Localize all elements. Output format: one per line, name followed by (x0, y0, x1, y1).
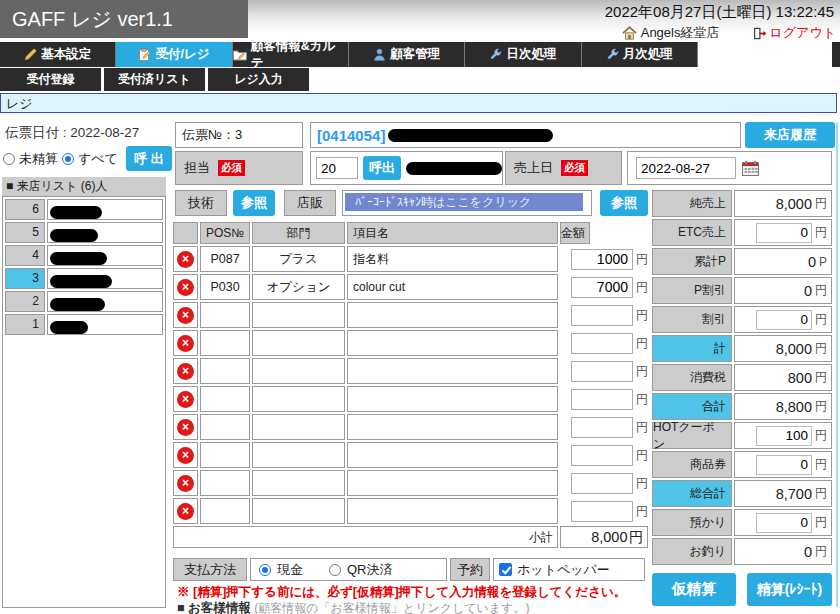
delete-cell: × (173, 330, 198, 356)
tab-customer-info-karte[interactable]: 顧客情報&カルテ (233, 42, 349, 67)
sale-date-input[interactable] (636, 157, 736, 179)
department-cell (252, 302, 345, 328)
visit-list-item[interactable]: 6 (5, 199, 163, 220)
amount-input[interactable] (571, 333, 633, 354)
visit-list-item[interactable]: 5 (5, 222, 163, 243)
tab-daily-processing[interactable]: 日次処理 (465, 42, 581, 67)
subtab-reception-list[interactable]: 受付済リスト (104, 68, 205, 91)
pencil-icon (24, 48, 37, 61)
department-cell: プラス (252, 246, 345, 272)
visit-number: 6 (5, 199, 45, 220)
settle-receipt-button[interactable]: 精算(ﾚｼｰﾄ) (747, 573, 832, 606)
payment-method-options: 現金 QR決済 (250, 558, 447, 581)
amount-input[interactable] (571, 249, 633, 270)
customer-info-label: ■ お客様情報 (177, 601, 251, 614)
unit-label: 円 (815, 340, 827, 357)
item-row: ×円 (173, 498, 650, 524)
visit-name (47, 245, 163, 266)
delete-icon[interactable]: × (177, 335, 194, 352)
visit-list-item[interactable]: 1 (5, 314, 163, 335)
staff-call-button[interactable]: 呼出 (363, 156, 401, 180)
tab-label: 顧客管理 (390, 46, 440, 63)
amount-input[interactable] (571, 361, 633, 382)
main-nav: 基本設定受付/レジ顧客情報&カルテ顧客管理日次処理月次処理 (0, 42, 698, 67)
summary-input[interactable] (756, 426, 812, 446)
delete-icon[interactable]: × (177, 391, 194, 408)
pos-no-cell: P087 (200, 246, 250, 272)
column-header (173, 222, 198, 244)
visit-history-button[interactable]: 来店履歴 (745, 122, 835, 148)
visit-list-item[interactable]: 2 (5, 291, 163, 312)
hotpepper-checkbox[interactable] (499, 563, 512, 576)
summary-row: 累計P0P (652, 248, 832, 275)
delete-icon[interactable]: × (177, 307, 194, 324)
delete-icon[interactable]: × (177, 447, 194, 464)
sale-date-label: 売上日 (514, 159, 553, 177)
tab-monthly-processing[interactable]: 月次処理 (582, 42, 698, 67)
delete-icon[interactable]: × (177, 475, 194, 492)
summary-label: 純売上 (652, 190, 732, 217)
summary-value: 800円 (734, 364, 832, 391)
subtotal-amount: 8,000 (591, 529, 627, 545)
tech-reference-button[interactable]: 参照 (233, 190, 275, 216)
sale-date-field (627, 151, 832, 185)
summary-value: 8,000円 (734, 335, 832, 362)
item-name-cell (347, 470, 558, 496)
delete-cell: × (173, 470, 198, 496)
visit-list-item[interactable]: 4 (5, 245, 163, 266)
amount-cell: 円 (560, 386, 648, 412)
amount-input[interactable] (571, 305, 633, 326)
amount-input[interactable] (571, 445, 633, 466)
summary-input[interactable] (756, 455, 812, 475)
radio-qr[interactable] (329, 564, 341, 576)
delete-icon[interactable]: × (177, 279, 194, 296)
tab-basic-settings[interactable]: 基本設定 (0, 42, 116, 67)
call-button[interactable]: 呼 出 (126, 146, 172, 171)
summary-label: HOTクーポン (652, 422, 732, 449)
department-cell (252, 470, 345, 496)
summary-label: ETC売上 (652, 219, 732, 246)
summary-input[interactable] (756, 310, 812, 330)
unit-label: 円 (815, 456, 827, 473)
delete-icon[interactable]: × (177, 503, 194, 520)
visit-list-item[interactable]: 3 (5, 268, 163, 289)
radio-unsettled[interactable] (3, 153, 15, 165)
pos-no-cell (200, 330, 250, 356)
right-border (836, 122, 838, 607)
amount-input[interactable] (571, 473, 633, 494)
logout-link[interactable]: ログアウト (753, 24, 836, 42)
retail-reference-button[interactable]: 参照 (600, 190, 648, 216)
delete-icon[interactable]: × (177, 251, 194, 268)
delete-icon[interactable]: × (177, 419, 194, 436)
visit-name (47, 291, 163, 312)
radio-cash[interactable] (259, 564, 271, 576)
pos-no-cell (200, 414, 250, 440)
yen-unit: 円 (636, 503, 648, 520)
item-row: ×円 (173, 330, 650, 356)
calendar-icon[interactable] (742, 160, 759, 176)
amount-cell: 円 (560, 302, 648, 328)
yen-unit: 円 (636, 475, 648, 492)
summary-input[interactable] (756, 223, 812, 243)
datetime: 2022年08月27日(土曜日) 13:22:45 (605, 3, 834, 22)
subtab-register-input[interactable]: レジ入力 (208, 68, 309, 91)
subtab-reception-entry[interactable]: 受付登録 (0, 68, 101, 91)
amount-input[interactable] (571, 389, 633, 410)
amount-input[interactable] (571, 417, 633, 438)
barcode-field[interactable]: ﾊﾞｰｺｰﾄﾞｽｷｬﾝ時はここをクリック (342, 190, 592, 216)
summary-label: 商品券 (652, 451, 732, 478)
pos-no-cell (200, 358, 250, 384)
yen-unit: 円 (636, 251, 648, 268)
customer-field[interactable]: [0414054] (310, 122, 741, 148)
staff-code-input[interactable] (316, 157, 358, 179)
temp-settle-button[interactable]: 仮精算 (652, 573, 736, 606)
amount-input[interactable] (571, 501, 633, 522)
retail-label-cell: 店販 (284, 190, 336, 216)
delete-icon[interactable]: × (177, 363, 194, 380)
tab-customer-management[interactable]: 顧客管理 (349, 42, 465, 67)
summary-input[interactable] (756, 513, 812, 533)
amount-input[interactable] (571, 277, 633, 298)
tab-reception-register[interactable]: 受付/レジ (116, 42, 232, 67)
radio-all[interactable] (62, 153, 74, 165)
pos-no-cell: P030 (200, 274, 250, 300)
